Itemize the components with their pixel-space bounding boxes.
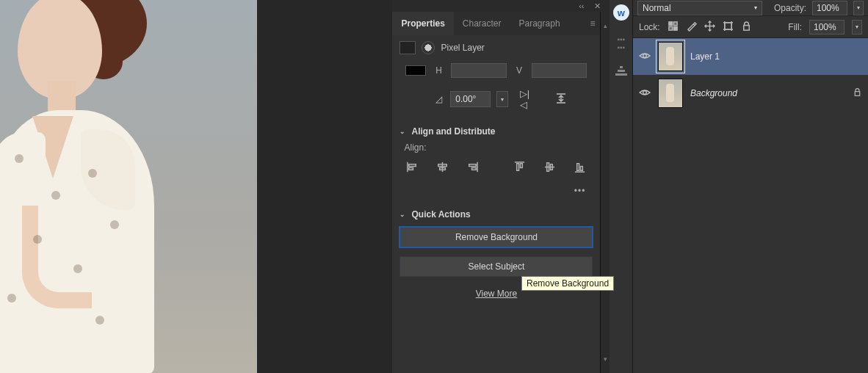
svg-rect-19 bbox=[577, 164, 579, 171]
svg-rect-11 bbox=[472, 167, 477, 170]
tab-character[interactable]: Character bbox=[454, 12, 510, 35]
layers-panel: Normal▾ Opacity: 100% ▾ Lock: Fill: 100%… bbox=[633, 0, 868, 373]
more-options-icon[interactable]: ••• bbox=[392, 181, 600, 200]
fill-field[interactable]: 100% bbox=[809, 20, 845, 35]
svg-rect-27 bbox=[673, 26, 677, 30]
svg-rect-35 bbox=[743, 25, 749, 30]
quick-actions-title: Quick Actions bbox=[411, 209, 470, 220]
chevron-down-icon[interactable]: ⌄ bbox=[399, 211, 405, 218]
tab-properties[interactable]: Properties bbox=[392, 12, 453, 35]
svg-rect-4 bbox=[409, 164, 416, 167]
align-hcenter-icon[interactable] bbox=[435, 160, 449, 174]
collapse-panel-icon[interactable]: ‹‹ bbox=[579, 1, 584, 10]
svg-rect-25 bbox=[673, 21, 677, 25]
svg-rect-5 bbox=[409, 167, 413, 170]
select-subject-button[interactable]: Select Subject bbox=[399, 256, 593, 277]
tab-paragraph[interactable]: Paragraph bbox=[510, 12, 569, 35]
tooltip: Remove Background bbox=[521, 276, 614, 291]
svg-rect-24 bbox=[669, 21, 673, 25]
workspace-empty bbox=[257, 0, 392, 373]
align-section-title: Align and Distribute bbox=[411, 126, 495, 137]
align-top-icon[interactable] bbox=[513, 160, 527, 174]
lock-position-icon[interactable] bbox=[704, 21, 715, 34]
mask-icon bbox=[422, 41, 435, 54]
svg-rect-30 bbox=[724, 22, 731, 29]
close-panel-icon[interactable]: ✕ bbox=[594, 1, 601, 11]
layer-row[interactable]: Layer 1 bbox=[633, 38, 868, 75]
lock-pixels-icon[interactable] bbox=[686, 21, 697, 34]
svg-rect-26 bbox=[669, 26, 673, 30]
align-vertical-icon[interactable] bbox=[555, 93, 567, 106]
lock-label: Lock: bbox=[639, 22, 660, 32]
flip-horizontal-icon[interactable]: ▷|◁ bbox=[520, 88, 535, 110]
histogram-icon[interactable]: ▪▪▪▪▪▪ bbox=[617, 35, 625, 51]
svg-point-37 bbox=[643, 91, 647, 95]
scroll-up-icon[interactable]: ▴ bbox=[601, 22, 610, 29]
blend-mode-dropdown[interactable]: Normal▾ bbox=[637, 1, 762, 15]
panel-scrollbar[interactable]: ▴ ▾ bbox=[601, 12, 610, 373]
svg-rect-20 bbox=[581, 167, 583, 171]
fill-dropdown[interactable]: ▾ bbox=[852, 20, 862, 35]
rotate-icon: ◿ bbox=[433, 93, 444, 106]
svg-rect-21 bbox=[615, 73, 627, 76]
layer-type-icon bbox=[399, 41, 416, 54]
v-label: V bbox=[514, 65, 524, 76]
document-canvas[interactable] bbox=[0, 0, 257, 373]
align-bottom-icon[interactable] bbox=[573, 160, 587, 174]
remove-background-button[interactable]: Remove Background bbox=[399, 227, 593, 247]
collapsed-panel-strip: w ▪▪▪▪▪▪ bbox=[610, 0, 633, 373]
opacity-dropdown[interactable]: ▾ bbox=[853, 1, 864, 15]
layer-name[interactable]: Background bbox=[690, 88, 737, 98]
adjustments-icon[interactable] bbox=[615, 66, 627, 79]
opacity-field[interactable]: 100% bbox=[812, 1, 847, 15]
layer-type-label: Pixel Layer bbox=[441, 43, 484, 53]
libraries-icon[interactable]: w bbox=[613, 4, 629, 21]
visibility-icon[interactable] bbox=[639, 51, 651, 62]
angle-dropdown[interactable]: ▾ bbox=[496, 91, 508, 107]
layer-name[interactable]: Layer 1 bbox=[690, 51, 720, 62]
canvas-image bbox=[0, 0, 257, 373]
layer-thumbnail[interactable] bbox=[658, 42, 683, 71]
layer-thumbnail[interactable] bbox=[658, 79, 683, 108]
vertical-field[interactable] bbox=[532, 63, 587, 78]
panel-menu-icon[interactable]: ≡ bbox=[590, 18, 594, 29]
align-left-icon[interactable] bbox=[405, 160, 419, 174]
svg-rect-14 bbox=[521, 164, 523, 168]
align-sublabel: Align: bbox=[392, 140, 600, 154]
lock-artboard-icon[interactable] bbox=[723, 21, 734, 34]
svg-rect-23 bbox=[620, 66, 623, 68]
lock-all-icon[interactable] bbox=[741, 21, 752, 34]
height-field[interactable] bbox=[451, 63, 507, 78]
layer-row[interactable]: Background bbox=[633, 75, 868, 112]
lock-icon[interactable] bbox=[853, 87, 862, 99]
svg-rect-22 bbox=[618, 70, 625, 72]
svg-point-36 bbox=[643, 54, 647, 58]
svg-rect-10 bbox=[469, 164, 477, 167]
svg-rect-13 bbox=[517, 164, 519, 171]
h-label: H bbox=[433, 65, 444, 76]
color-swatch[interactable] bbox=[405, 65, 426, 76]
svg-rect-38 bbox=[855, 92, 860, 96]
align-vcenter-icon[interactable] bbox=[543, 160, 557, 174]
lock-transparency-icon[interactable] bbox=[668, 21, 679, 34]
opacity-label: Opacity: bbox=[774, 3, 806, 13]
angle-field[interactable]: 0.00° bbox=[450, 91, 490, 107]
fill-label: Fill: bbox=[788, 22, 802, 32]
properties-panel: Properties Character Paragraph ≡ Pixel L… bbox=[392, 12, 601, 373]
visibility-icon[interactable] bbox=[639, 87, 651, 99]
blend-mode-value: Normal bbox=[643, 3, 671, 13]
chevron-down-icon[interactable]: ⌄ bbox=[399, 128, 405, 135]
align-right-icon[interactable] bbox=[466, 160, 480, 174]
scroll-down-icon[interactable]: ▾ bbox=[601, 355, 610, 363]
